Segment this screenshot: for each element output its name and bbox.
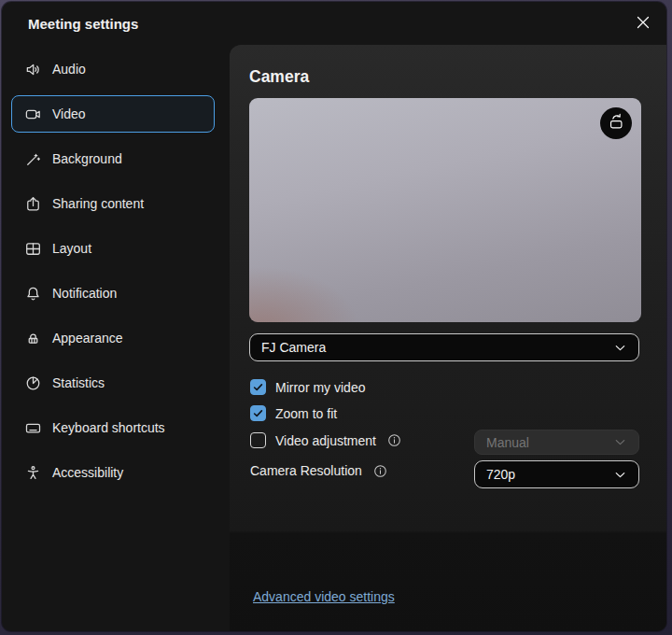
share-icon: [25, 196, 41, 212]
zoom-to-fit-option: Zoom to fit: [250, 405, 337, 421]
keyboard-icon: [25, 420, 41, 436]
sidebar-item-statistics[interactable]: Statistics: [11, 364, 215, 402]
camera-resolution-row: Camera Resolution: [250, 463, 387, 478]
meeting-settings-dialog: Meeting settings Audio Video Background: [2, 2, 666, 631]
video-adjustment-mode-select: Manual: [474, 430, 639, 455]
sidebar-item-video[interactable]: Video: [11, 95, 215, 133]
sidebar-item-notification[interactable]: Notification: [11, 275, 215, 312]
mirror-video-checkbox[interactable]: [250, 379, 266, 395]
video-adjustment-checkbox[interactable]: [250, 432, 266, 448]
video-adjustment-option: Video adjustment: [250, 432, 401, 448]
video-camera-icon: [25, 106, 41, 122]
camera-resolution-value: 720p: [486, 467, 515, 482]
sidebar-item-keyboard-shortcuts[interactable]: Keyboard shortcuts: [11, 409, 215, 446]
paintbrush-icon: [25, 331, 41, 346]
sidebar-item-sharing-content[interactable]: Sharing content: [11, 185, 215, 222]
bell-icon: [25, 286, 41, 302]
section-title: Camera: [249, 67, 309, 87]
sidebar-item-label: Video: [52, 106, 86, 121]
dialog-title: Meeting settings: [28, 16, 138, 32]
speaker-icon: [25, 62, 41, 78]
sidebar-item-label: Statistics: [52, 375, 105, 390]
video-adjustment-label: Video adjustment: [275, 433, 376, 448]
info-icon[interactable]: [387, 433, 401, 447]
advanced-video-settings-link[interactable]: Advanced video settings: [253, 589, 395, 604]
rotate-camera-icon: [607, 112, 625, 134]
sidebar-item-label: Notification: [52, 286, 117, 301]
close-button[interactable]: [631, 12, 655, 36]
video-adjustment-mode-value: Manual: [486, 435, 529, 450]
sidebar-item-audio[interactable]: Audio: [11, 50, 215, 88]
sidebar-item-appearance[interactable]: Appearance: [11, 319, 215, 357]
camera-resolution-select[interactable]: 720p: [474, 460, 639, 488]
camera-preview: [249, 98, 641, 322]
camera-select[interactable]: FJ Camera: [249, 333, 639, 361]
accessibility-icon: [25, 465, 41, 481]
rotate-camera-button[interactable]: [600, 107, 632, 139]
sidebar-item-background[interactable]: Background: [11, 140, 215, 177]
pie-chart-icon: [25, 375, 41, 391]
settings-sidebar: Audio Video Background Sharing content L: [2, 50, 230, 499]
magic-wand-icon: [25, 151, 41, 167]
info-icon[interactable]: [373, 464, 387, 478]
camera-select-value: FJ Camera: [261, 340, 326, 355]
grid-layout-icon: [25, 241, 41, 257]
sidebar-item-label: Audio: [52, 62, 86, 77]
zoom-to-fit-checkbox[interactable]: [250, 405, 266, 421]
chevron-down-icon: [613, 435, 627, 449]
mirror-video-label: Mirror my video: [275, 380, 365, 395]
sidebar-item-label: Background: [52, 151, 122, 166]
chevron-down-icon: [613, 468, 627, 482]
sidebar-item-layout[interactable]: Layout: [11, 230, 215, 267]
sidebar-item-accessibility[interactable]: Accessibility: [11, 454, 215, 491]
sidebar-item-label: Accessibility: [52, 465, 123, 480]
camera-resolution-label: Camera Resolution: [250, 463, 362, 478]
camera-settings-panel: Camera FJ Camera Mirror my video: [230, 45, 666, 631]
sidebar-item-label: Keyboard shortcuts: [52, 420, 165, 435]
zoom-to-fit-label: Zoom to fit: [275, 406, 337, 421]
sidebar-item-label: Sharing content: [52, 196, 144, 211]
chevron-down-icon: [613, 341, 627, 355]
sidebar-item-label: Appearance: [52, 331, 123, 346]
close-icon: [637, 16, 650, 33]
sidebar-item-label: Layout: [52, 241, 91, 256]
mirror-video-option: Mirror my video: [250, 379, 365, 395]
